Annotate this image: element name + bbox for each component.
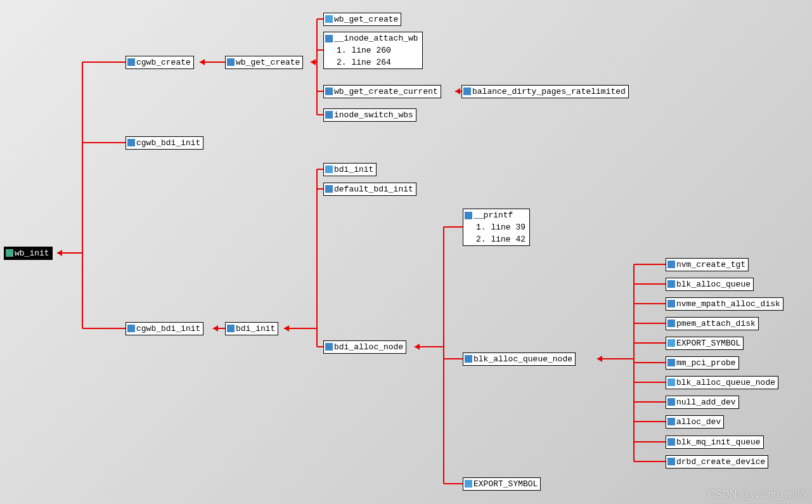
svg-rect-59 [465,212,472,219]
node-alloc-dev[interactable]: alloc_dev [666,415,724,429]
func-icon [325,35,333,42]
node-pmem-attach-disk[interactable]: pmem_attach_disk [666,317,759,330]
svg-marker-18 [213,325,218,332]
line-ref: 2. line 264 [324,56,422,68]
func-icon [667,320,675,327]
node-label: mm_pci_probe [676,358,736,368]
node-label: bdi_init [236,324,275,333]
node-label: blk_mq_init_queue [676,437,761,447]
func-icon [667,418,675,425]
node-wb-get-create-leaf[interactable]: wb_get_create [323,13,401,26]
svg-rect-54 [325,111,333,119]
node-cgwb-create[interactable]: cgwb_create [126,56,194,69]
svg-marker-10 [311,59,316,65]
node-wb-get-create[interactable]: wb_get_create [225,56,303,69]
node-label: cgwb_bdi_init [136,324,200,333]
func-icon [465,355,472,363]
node-cgwb-bdi-init-a[interactable]: cgwb_bdi_init [126,136,203,150]
func-blue-icon [325,165,333,173]
svg-rect-52 [325,35,333,42]
func-icon [6,249,13,257]
node-blk-alloc-queue[interactable]: blk_alloc_queue [666,278,754,291]
svg-marker-27 [415,344,420,350]
line-ref: 1. line 39 [463,221,529,233]
func-blue-icon [667,339,675,347]
node-label: nvme_mpath_alloc_disk [676,299,780,309]
node-export-symbol-a[interactable]: EXPORT_SYMBOL [463,477,541,491]
func-icon [127,58,135,66]
func-icon [667,398,675,406]
func-icon [667,280,675,288]
node-cgwb-bdi-init-b[interactable]: cgwb_bdi_init [126,322,203,335]
node-bdi-init[interactable]: bdi_init [225,322,278,335]
node-drbd-create-device[interactable]: drbd_create_device [666,455,768,468]
node-label: blk_alloc_queue [676,280,751,289]
node-printf[interactable]: __printf 1. line 39 2. line 42 [463,209,530,246]
node-bdi-alloc-node[interactable]: bdi_alloc_node [323,340,406,354]
node-label: cgwb_create [136,58,191,67]
node-wb-init-root[interactable]: wb_init [4,247,53,260]
node-label: wb_get_create [334,15,398,24]
func-icon [325,87,333,95]
node-blk-alloc-queue-node-leaf[interactable]: blk_alloc_queue_node [666,376,778,389]
svg-marker-3 [57,250,62,256]
node-balance-dirty-pages[interactable]: balance_dirty_pages_ratelimited [461,85,629,98]
node-inode-switch-wbs[interactable]: inode_switch_wbs [323,108,416,122]
node-label: blk_alloc_queue_node [676,378,775,387]
svg-rect-56 [325,165,333,173]
node-label: balance_dirty_pages_ratelimited [472,87,626,96]
svg-rect-46 [127,58,135,66]
node-label: bdi_alloc_node [334,342,403,352]
svg-marker-33 [597,356,602,362]
node-label: cgwb_bdi_init [136,138,200,148]
func-icon [465,212,472,219]
node-wb-get-create-current[interactable]: wb_get_create_current [323,85,441,98]
svg-rect-68 [667,378,675,386]
node-label: EXPORT_SYMBOL [676,339,740,348]
func-icon [325,111,333,119]
svg-rect-55 [463,87,471,95]
line-ref: 1. line 260 [324,44,422,56]
func-icon [667,300,675,307]
svg-marker-16 [455,88,460,94]
node-blk-mq-init-queue[interactable]: blk_mq_init_queue [666,436,764,449]
func-icon [463,87,471,95]
node-label: default_bdi_init [334,184,413,194]
svg-rect-61 [465,480,472,488]
func-icon [325,185,333,193]
node-bdi-init-leaf[interactable]: bdi_init [323,163,377,176]
svg-rect-64 [667,300,675,307]
func-blue-icon [465,480,472,488]
svg-rect-66 [667,339,675,347]
node-default-bdi-init[interactable]: default_bdi_init [323,183,416,196]
svg-rect-69 [667,398,675,406]
func-icon [667,359,675,366]
node-inode-attach-wb[interactable]: __inode_attach_wb 1. line 260 2. line 26… [323,32,423,69]
svg-rect-65 [667,320,675,327]
func-icon [227,325,235,332]
svg-rect-49 [227,58,235,66]
svg-marker-21 [284,325,289,332]
func-blue-icon [325,15,333,23]
node-label: wb_get_create [236,58,300,67]
svg-rect-72 [667,458,675,465]
svg-rect-71 [667,438,675,446]
func-blue-icon [667,378,675,386]
func-icon [667,438,675,446]
svg-rect-50 [227,325,235,332]
node-null-add-dev[interactable]: null_add_dev [666,396,739,409]
node-label: pmem_attach_disk [676,319,756,328]
node-label: wb_init [15,249,49,258]
node-label: bdi_init [334,165,373,174]
svg-rect-62 [667,261,675,268]
svg-rect-47 [127,139,135,146]
node-label: EXPORT_SYMBOL [474,479,538,489]
func-icon [127,139,135,146]
node-blk-alloc-queue-node[interactable]: blk_alloc_queue_node [463,352,576,366]
node-export-symbol-b[interactable]: EXPORT_SYMBOL [666,337,744,350]
node-mm-pci-probe[interactable]: mm_pci_probe [666,356,739,370]
svg-rect-57 [325,185,333,193]
func-icon [667,458,675,465]
node-nvm-create-tgt[interactable]: nvm_create_tgt [666,258,749,271]
node-nvme-mpath-alloc-disk[interactable]: nvme_mpath_alloc_disk [666,297,783,311]
